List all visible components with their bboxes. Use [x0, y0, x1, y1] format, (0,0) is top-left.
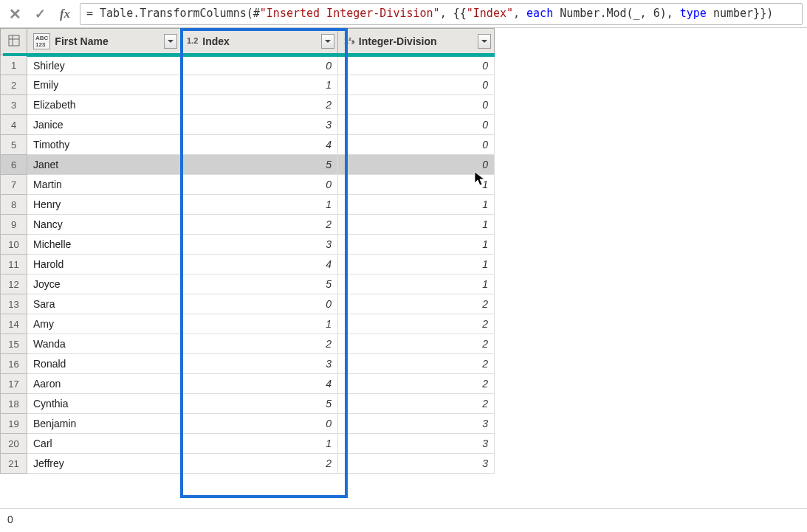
cell-first-name[interactable]: Henry: [27, 195, 181, 215]
table-row[interactable]: 13Sara02: [1, 294, 495, 314]
cell-first-name[interactable]: Shirley: [27, 55, 181, 75]
table-row[interactable]: 4Janice30: [1, 115, 495, 135]
row-number[interactable]: 7: [1, 175, 27, 195]
cell-integer-division[interactable]: 3: [338, 434, 495, 454]
table-row[interactable]: 12Joyce51: [1, 274, 495, 294]
table-row[interactable]: 16Ronald32: [1, 354, 495, 374]
cell-index[interactable]: 2: [181, 454, 338, 474]
fx-icon[interactable]: fx: [55, 4, 75, 24]
cell-index[interactable]: 0: [181, 55, 338, 75]
cell-integer-division[interactable]: 1: [338, 175, 495, 195]
cell-first-name[interactable]: Elizabeth: [27, 95, 181, 115]
cell-first-name[interactable]: Nancy: [27, 215, 181, 235]
cell-first-name[interactable]: Wanda: [27, 334, 181, 354]
cell-integer-division[interactable]: 0: [338, 55, 495, 75]
cell-index[interactable]: 2: [181, 215, 338, 235]
cell-integer-division[interactable]: 2: [338, 394, 495, 414]
cell-index[interactable]: 5: [181, 274, 338, 294]
cell-index[interactable]: 5: [181, 394, 338, 414]
row-number[interactable]: 21: [1, 454, 27, 474]
cell-integer-division[interactable]: 2: [338, 354, 495, 374]
cell-index[interactable]: 2: [181, 95, 338, 115]
cell-first-name[interactable]: Emily: [27, 75, 181, 95]
cell-index[interactable]: 0: [181, 175, 338, 195]
cell-index[interactable]: 4: [181, 374, 338, 394]
cell-first-name[interactable]: Cynthia: [27, 394, 181, 414]
table-row[interactable]: 2Emily10: [1, 75, 495, 95]
cell-integer-division[interactable]: 0: [338, 155, 495, 175]
cell-index[interactable]: 1: [181, 195, 338, 215]
cell-index[interactable]: 1: [181, 314, 338, 334]
cell-index[interactable]: 2: [181, 334, 338, 354]
cell-index[interactable]: 1: [181, 75, 338, 95]
row-number[interactable]: 20: [1, 434, 27, 454]
cell-integer-division[interactable]: 2: [338, 374, 495, 394]
cell-first-name[interactable]: Harold: [27, 255, 181, 274]
cell-integer-division[interactable]: 0: [338, 135, 495, 155]
table-row[interactable]: 6Janet50: [1, 155, 495, 175]
row-number[interactable]: 8: [1, 195, 27, 215]
table-row[interactable]: 1Shirley00: [1, 55, 495, 75]
cell-integer-division[interactable]: 3: [338, 414, 495, 434]
column-header-first-name[interactable]: ABC123 First Name: [27, 29, 181, 55]
row-number[interactable]: 17: [1, 374, 27, 394]
cell-integer-division[interactable]: 2: [338, 294, 495, 314]
row-number[interactable]: 15: [1, 334, 27, 354]
cell-first-name[interactable]: Martin: [27, 175, 181, 195]
table-row[interactable]: 19Benjamin03: [1, 414, 495, 434]
cell-index[interactable]: 3: [181, 115, 338, 135]
cell-first-name[interactable]: Janet: [27, 155, 181, 175]
table-row[interactable]: 11Harold41: [1, 255, 495, 274]
row-number[interactable]: 11: [1, 255, 27, 274]
formula-input[interactable]: = Table.TransformColumns(#"Inserted Inte…: [80, 3, 803, 25]
cell-index[interactable]: 0: [181, 294, 338, 314]
cell-integer-division[interactable]: 1: [338, 274, 495, 294]
cell-integer-division[interactable]: 1: [338, 195, 495, 215]
table-row[interactable]: 21Jeffrey23: [1, 454, 495, 474]
cell-index[interactable]: 3: [181, 354, 338, 374]
table-row[interactable]: 8Henry11: [1, 195, 495, 215]
cell-integer-division[interactable]: 0: [338, 95, 495, 115]
cell-first-name[interactable]: Timothy: [27, 135, 181, 155]
cell-first-name[interactable]: Ronald: [27, 354, 181, 374]
row-number[interactable]: 18: [1, 394, 27, 414]
cell-first-name[interactable]: Amy: [27, 314, 181, 334]
row-number[interactable]: 12: [1, 274, 27, 294]
row-number[interactable]: 16: [1, 354, 27, 374]
column-filter-dropdown[interactable]: [164, 34, 177, 49]
cell-integer-division[interactable]: 0: [338, 115, 495, 135]
cell-integer-division[interactable]: 2: [338, 314, 495, 334]
table-row[interactable]: 14Amy12: [1, 314, 495, 334]
cell-first-name[interactable]: Joyce: [27, 274, 181, 294]
table-row[interactable]: 15Wanda22: [1, 334, 495, 354]
row-number[interactable]: 14: [1, 314, 27, 334]
table-corner[interactable]: [1, 29, 27, 55]
row-number[interactable]: 2: [1, 75, 27, 95]
row-number[interactable]: 3: [1, 95, 27, 115]
table-row[interactable]: 10Michelle31: [1, 235, 495, 255]
column-header-index[interactable]: 1.2 Index: [181, 29, 338, 55]
row-number[interactable]: 10: [1, 235, 27, 255]
cell-first-name[interactable]: Benjamin: [27, 414, 181, 434]
cell-integer-division[interactable]: 0: [338, 75, 495, 95]
row-number[interactable]: 4: [1, 115, 27, 135]
cell-index[interactable]: 3: [181, 235, 338, 255]
table-row[interactable]: 17Aaron42: [1, 374, 495, 394]
cell-first-name[interactable]: Janice: [27, 115, 181, 135]
cell-index[interactable]: 0: [181, 414, 338, 434]
cell-first-name[interactable]: Aaron: [27, 374, 181, 394]
cell-integer-division[interactable]: 2: [338, 334, 495, 354]
cell-first-name[interactable]: Carl: [27, 434, 181, 454]
cell-index[interactable]: 4: [181, 255, 338, 274]
cell-first-name[interactable]: Michelle: [27, 235, 181, 255]
column-filter-dropdown[interactable]: [478, 34, 491, 49]
column-filter-dropdown[interactable]: [321, 34, 334, 49]
table-row[interactable]: 5Timothy40: [1, 135, 495, 155]
cell-index[interactable]: 5: [181, 155, 338, 175]
row-number[interactable]: 13: [1, 294, 27, 314]
table-row[interactable]: 7Martin01: [1, 175, 495, 195]
cell-integer-division[interactable]: 1: [338, 215, 495, 235]
confirm-icon[interactable]: ✓: [30, 4, 50, 24]
row-number[interactable]: 6: [1, 155, 27, 175]
table-row[interactable]: 20Carl13: [1, 434, 495, 454]
